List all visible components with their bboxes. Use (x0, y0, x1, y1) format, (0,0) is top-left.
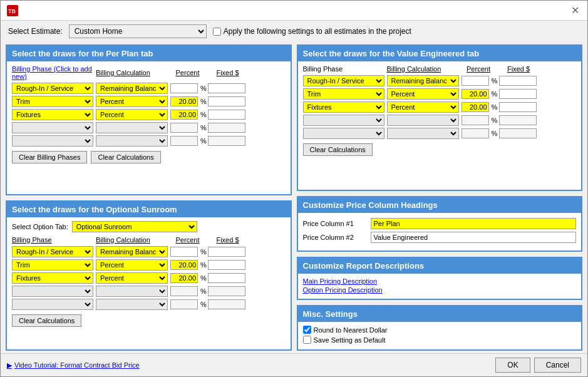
ve-calc-3[interactable]: Percent (387, 101, 459, 113)
apply-all-checkbox[interactable] (213, 28, 221, 36)
close-button[interactable]: ✕ (569, 4, 581, 17)
per-plan-fixed-3[interactable] (208, 110, 245, 120)
billing-calc-header: Billing Calculation (96, 69, 168, 76)
ve-calc-header: Billing Calculation (387, 65, 459, 73)
billing-phase-link[interactable]: Billing Phase (Click to add new) (12, 65, 93, 80)
sunroom-phase-header: Billing Phase (12, 236, 93, 244)
ve-row-1: Rough-In / Service Remaining Balance % (303, 75, 577, 86)
ve-fixed-2[interactable] (499, 89, 537, 99)
sunroom-clear-calc-btn[interactable]: Clear Calculations (12, 314, 81, 327)
main-pricing-link[interactable]: Main Pricing Description (303, 277, 577, 285)
per-plan-calc-1[interactable]: Remaining Balance (96, 83, 168, 94)
per-plan-fixed-5[interactable] (208, 136, 245, 146)
option-tab-select[interactable]: Optional Sunroom (72, 221, 197, 232)
per-plan-fixed-1[interactable] (208, 83, 245, 93)
per-plan-phase-3[interactable]: Fixtures (12, 109, 93, 120)
per-plan-row-4: % (12, 122, 286, 133)
ve-percent-1[interactable] (462, 76, 489, 86)
sunroom-phase-1[interactable]: Rough-In / Service (12, 246, 93, 257)
customize-report-header: Customize Report Descriptions (298, 258, 582, 274)
per-plan-phase-2[interactable]: Trim (12, 96, 93, 107)
per-plan-fixed-2[interactable] (208, 96, 245, 106)
sunroom-fixed-1[interactable] (208, 247, 245, 257)
sunroom-phase-5[interactable] (12, 299, 93, 310)
sunroom-fixed-3[interactable] (208, 273, 245, 283)
ve-row-5: % (303, 128, 577, 139)
sunroom-percent-5[interactable] (170, 299, 198, 309)
per-plan-fixed-4[interactable] (208, 123, 245, 133)
misc-settings-panel: Misc. Settings Round to Nearest Dollar S… (297, 305, 583, 351)
sunroom-row-2: Trim Percent % (12, 259, 286, 271)
tutorial-link[interactable]: ▶ Video Tutorial: Format Contract Bid Pr… (7, 361, 140, 369)
per-plan-calc-4[interactable] (96, 122, 168, 133)
ve-percent-5[interactable] (462, 128, 489, 138)
round-nearest-checkbox[interactable] (303, 326, 311, 334)
price-col-1-label: Price Column #1 (303, 220, 366, 227)
ve-fixed-5[interactable] (499, 128, 537, 138)
option-pricing-link[interactable]: Option Pricing Description (303, 286, 577, 294)
per-plan-calc-2[interactable]: Percent (96, 96, 168, 107)
sunroom-phase-2[interactable]: Trim (12, 259, 93, 271)
select-option-label: Select Option Tab: (12, 223, 68, 230)
misc-settings-header: Misc. Settings (298, 306, 582, 322)
per-plan-percent-5[interactable] (170, 136, 198, 146)
ve-phase-4[interactable] (303, 115, 384, 126)
value-engineered-header: Select the draws for the Value Engineere… (298, 46, 582, 61)
per-plan-clear-calc-btn[interactable]: Clear Calculations (91, 151, 160, 163)
sunroom-calc-3[interactable]: Percent (96, 272, 168, 284)
ok-button[interactable]: OK (495, 358, 530, 373)
per-plan-calc-3[interactable]: Percent (96, 109, 168, 120)
sunroom-fixed-2[interactable] (208, 260, 245, 270)
per-plan-btn-row: Clear Billing Phases Clear Calculations (12, 151, 286, 163)
sunroom-fixed-5[interactable] (208, 299, 245, 309)
price-col-1-input[interactable] (371, 218, 577, 229)
sunroom-percent-4[interactable] (170, 286, 198, 296)
ve-percent-3[interactable] (462, 102, 489, 112)
ve-calc-2[interactable]: Percent (387, 88, 459, 100)
clear-billing-phases-btn[interactable]: Clear Billing Phases (12, 151, 87, 163)
per-plan-phase-5[interactable] (12, 135, 93, 147)
price-col-2-input[interactable] (371, 232, 577, 243)
per-plan-percent-1[interactable] (170, 83, 198, 93)
sunroom-calc-5[interactable] (96, 299, 168, 310)
ve-fixed-1[interactable] (499, 76, 537, 86)
sunroom-calc-4[interactable] (96, 286, 168, 297)
ve-clear-calc-btn[interactable]: Clear Calculations (303, 143, 373, 156)
per-plan-phase-4[interactable] (12, 122, 93, 133)
customize-report-panel: Customize Report Descriptions Main Prici… (297, 257, 583, 300)
ve-fixed-3[interactable] (499, 102, 537, 112)
optional-sunroom-body: Select Option Tab: Optional Sunroom Bill… (7, 217, 291, 350)
ve-fixed-4[interactable] (499, 115, 537, 125)
estimate-select[interactable]: Custom Home (69, 24, 207, 38)
title-bar-left: TB (7, 5, 18, 16)
sunroom-percent-2[interactable] (170, 260, 198, 270)
sunroom-percent-3[interactable] (170, 273, 198, 283)
ve-percent-2[interactable] (462, 89, 489, 99)
cancel-button[interactable]: Cancel (534, 358, 581, 373)
ve-phase-5[interactable] (303, 128, 384, 139)
sunroom-calc-1[interactable]: Remaining Balance (96, 246, 168, 257)
save-default-checkbox[interactable] (303, 336, 311, 344)
select-estimate-label: Select Estimate: (8, 27, 63, 36)
sunroom-phase-4[interactable] (12, 286, 93, 297)
sunroom-row-3: Fixtures Percent % (12, 272, 286, 284)
sunroom-row-5: % (12, 299, 286, 310)
per-plan-percent-3[interactable] (170, 110, 198, 120)
ve-phase-3[interactable]: Fixtures (303, 101, 384, 113)
per-plan-percent-4[interactable] (170, 123, 198, 133)
sunroom-phase-3[interactable]: Fixtures (12, 272, 93, 284)
sunroom-fixed-4[interactable] (208, 286, 245, 296)
ve-phase-1[interactable]: Rough-In / Service (303, 75, 384, 86)
per-plan-calc-5[interactable] (96, 135, 168, 147)
sunroom-percent-1[interactable] (170, 247, 198, 257)
sunroom-calc-2[interactable]: Percent (96, 259, 168, 271)
per-plan-phase-1[interactable]: Rough-In / Service (12, 83, 93, 94)
svg-text:TB: TB (8, 8, 16, 14)
ve-phase-2[interactable]: Trim (303, 88, 384, 100)
per-plan-percent-2[interactable] (170, 96, 198, 106)
ve-calc-4[interactable] (387, 115, 459, 126)
ve-calc-5[interactable] (387, 128, 459, 139)
ve-percent-4[interactable] (462, 115, 489, 125)
ve-row-4: % (303, 115, 577, 126)
ve-calc-1[interactable]: Remaining Balance (387, 75, 459, 86)
